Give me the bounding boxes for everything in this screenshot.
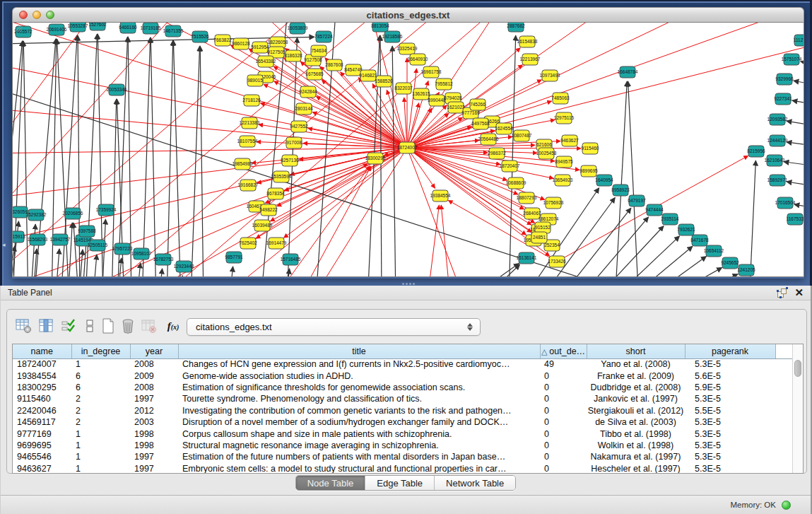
citation-edge[interactable] [628, 81, 639, 277]
table-settings-icon[interactable] [14, 317, 33, 335]
cell-short[interactable]: Wolkin et al. (1998) [587, 440, 685, 451]
paper-node[interactable]: 19854985 [233, 158, 253, 170]
cell-title[interactable]: Changes of HCN gene expression and I(f) … [178, 358, 540, 370]
citation-edge[interactable] [787, 142, 804, 148]
paper-node[interactable]: 13654923 [553, 175, 573, 186]
paper-node[interactable]: 1588520 [375, 76, 393, 87]
citation-edge[interactable] [284, 148, 407, 238]
citation-edge[interactable] [749, 160, 755, 277]
paper-node[interactable]: 16053809 [288, 23, 308, 34]
paper-node[interactable]: 9242844 [299, 86, 317, 98]
citation-edge[interactable] [30, 224, 35, 277]
cell-pagerank[interactable]: 5.3E-5 [685, 428, 775, 439]
paper-node[interactable]: 745266 [470, 99, 486, 110]
paper-node[interactable]: 9463627 [560, 135, 579, 146]
citation-network-graph[interactable]: 1872400776638229860128591295418226058912… [13, 23, 804, 277]
cell-year[interactable]: 1997 [130, 451, 178, 462]
citation-edge[interactable] [173, 40, 181, 277]
cell-title[interactable]: Investigating the contribution of common… [178, 405, 540, 416]
paper-node[interactable]: 12093582 [767, 114, 788, 125]
cell-title[interactable]: Disruption of a novel member of a sodium… [178, 416, 540, 428]
tab-node-table[interactable]: Node Table [296, 476, 365, 490]
table-scrollbar[interactable] [792, 344, 803, 473]
paper-node[interactable]: 16648784 [618, 66, 638, 78]
citation-edge[interactable] [441, 205, 451, 277]
citation-edge[interactable] [392, 46, 396, 277]
paper-node[interactable]: 16543382 [256, 56, 276, 67]
paper-node[interactable]: 754634 [311, 45, 326, 57]
cell-name[interactable]: 9115460 [13, 393, 71, 404]
paper-node[interactable]: 18720407 [500, 160, 520, 172]
citation-edge[interactable] [142, 37, 151, 277]
citation-edge[interactable] [68, 223, 72, 277]
cell-year[interactable]: 1997 [130, 463, 178, 474]
paper-node[interactable]: 2935114 [661, 214, 679, 225]
citation-edge[interactable] [200, 46, 204, 277]
citation-edge[interactable] [286, 269, 290, 277]
panel-collapse-arrow-icon[interactable]: ◂ [2, 242, 6, 248]
paper-node[interactable]: 15353594 [271, 171, 292, 182]
delete-rows-trash-icon[interactable] [119, 317, 137, 335]
cell-pagerank[interactable]: 5.6E-5 [685, 370, 775, 381]
paper-node[interactable]: 10958107 [131, 248, 152, 259]
cell-name[interactable]: 9463627 [13, 463, 71, 474]
paper-node[interactable]: 7955812 [435, 78, 453, 90]
memory-ok-indicator-icon[interactable] [782, 501, 791, 510]
cell-pagerank[interactable]: 5.3E-5 [685, 463, 775, 474]
paper-node[interactable]: 12505115 [88, 240, 108, 251]
cell-short[interactable]: Dudbridge et al. (2008) [587, 382, 685, 393]
paper-node[interactable]: 19384554 [430, 190, 451, 201]
paper-node[interactable]: 13942757 [50, 234, 71, 245]
cell-year[interactable]: 1998 [130, 428, 178, 439]
cell-title[interactable]: Embryonic stem cells: a model to study s… [178, 463, 540, 474]
paper-node[interactable]: 20564486 [478, 134, 499, 145]
paper-node[interactable]: 8322037 [394, 83, 413, 94]
paper-node[interactable]: 9115460 [582, 143, 599, 154]
paper-node[interactable]: 7932621 [677, 224, 695, 235]
citation-edge[interactable] [128, 37, 131, 277]
paper-node[interactable]: 16782753 [153, 254, 174, 265]
paper-node[interactable]: 1640954 [595, 175, 613, 186]
paper-node[interactable]: 19218586 [382, 31, 403, 42]
resize-grip-icon[interactable] [13, 23, 23, 33]
cell-name[interactable]: 14569117 [13, 416, 71, 428]
paper-node[interactable]: 2986372 [488, 148, 506, 159]
paper-node[interactable]: 5498222 [259, 204, 278, 216]
citation-edge[interactable] [407, 148, 545, 199]
paper-node[interactable]: 9245652 [721, 257, 739, 269]
paper-node[interactable]: 10719185 [141, 23, 161, 34]
paper-node[interactable]: 9397588 [78, 226, 96, 237]
paper-node[interactable]: 15751074 [782, 54, 802, 65]
table-row[interactable]: 946362711997Embryonic stem cells: a mode… [13, 463, 792, 474]
paper-node[interactable]: 2887682 [507, 23, 525, 32]
paper-node[interactable]: 10025458 [536, 148, 557, 159]
cell-out[interactable]: 0 [540, 382, 587, 393]
network-canvas[interactable]: 1872400776638229860128591295418226058912… [12, 23, 804, 277]
cell-short[interactable]: Hescheler et al. (1997) [587, 463, 685, 474]
cell-pagerank[interactable]: 5.3E-5 [685, 451, 775, 462]
column-visibility-icon[interactable] [37, 317, 55, 335]
paper-node[interactable]: 7663822 [213, 35, 232, 46]
paper-node[interactable]: 1167533 [787, 214, 804, 225]
paper-node[interactable]: 10688609 [506, 177, 526, 189]
cell-name[interactable]: 18724007 [13, 358, 71, 370]
cell-short[interactable]: Tibbo et al. (1998) [587, 428, 685, 439]
cell-pagerank[interactable]: 5.3E-5 [685, 358, 775, 370]
cell-out[interactable]: 49 [540, 358, 587, 370]
cell-name[interactable]: 19384554 [13, 370, 71, 381]
paper-node[interactable]: 1241205 [737, 264, 755, 276]
column-header-title[interactable]: title [178, 344, 540, 358]
table-row[interactable]: 946554611997Estimation of the future num… [13, 451, 792, 462]
paper-node[interactable]: 989015 [247, 75, 263, 86]
citation-edge[interactable] [407, 23, 507, 148]
citation-edge[interactable] [55, 249, 59, 277]
paper-node[interactable]: 12975115 [554, 112, 575, 124]
paper-node[interactable]: 17957223 [112, 243, 133, 255]
row-selection-icon[interactable] [81, 317, 99, 335]
cell-indegree[interactable]: 6 [71, 370, 130, 381]
paper-node[interactable]: 9899695 [579, 165, 598, 177]
table-row[interactable]: 977716911998Corpus callosum shape and si… [13, 428, 792, 439]
paper-node[interactable]: 12213383 [240, 117, 260, 129]
paper-node[interactable]: 9227341 [774, 93, 792, 105]
cell-name[interactable]: 18300295 [13, 382, 71, 393]
